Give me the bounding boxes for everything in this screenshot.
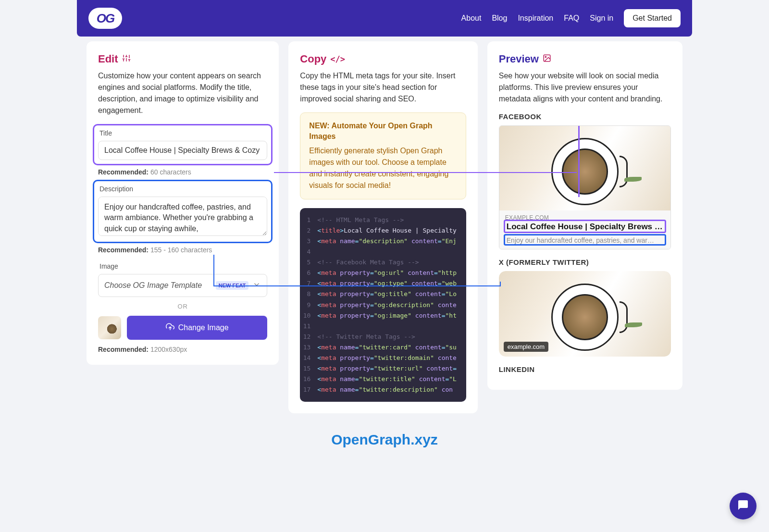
svg-point-10 xyxy=(545,56,546,57)
edit-title-text: Edit xyxy=(98,53,118,65)
facebook-title: Local Coffee House | Specialty Brews … xyxy=(507,222,663,232)
twitter-preview-card: example.com xyxy=(499,271,671,357)
description-field-group: Description Enjoy our handcrafted coffee… xyxy=(93,180,273,243)
code-line: 10<meta property="og:image" content="ht xyxy=(300,310,466,321)
top-nav: About Blog Inspiration FAQ Sign in Get S… xyxy=(461,9,681,27)
promo-banner[interactable]: NEW: Automate Your Open Graph Images Eff… xyxy=(300,112,466,199)
logo[interactable]: OG xyxy=(88,8,122,29)
footer-brand: OpenGraph.xyz xyxy=(77,432,692,462)
facebook-title-highlight: Local Coffee House | Specialty Brews … xyxy=(504,220,666,233)
connector-vertical-purple xyxy=(578,126,580,197)
copy-panel: Copy </> Copy the HTML meta tags for you… xyxy=(288,41,477,413)
edit-panel: Edit Customize how your content appears … xyxy=(87,41,279,365)
og-template-dropdown[interactable]: Choose OG Image Template NEW FEAT xyxy=(98,274,267,297)
facebook-preview-card: EXAMPLE.COM Local Coffee House | Special… xyxy=(499,125,671,249)
preview-panel: Preview See how your website will look o… xyxy=(487,41,682,390)
facebook-description: Enjoy our handcrafted coffee, pastries, … xyxy=(507,236,663,244)
nav-sign-in[interactable]: Sign in xyxy=(590,14,613,23)
upload-icon xyxy=(166,322,174,333)
edit-subtitle: Customize how your content appears on se… xyxy=(98,70,267,116)
copy-subtitle: Copy the HTML meta tags for your site. I… xyxy=(300,70,466,105)
code-line: 11 xyxy=(300,321,466,332)
image-label: Image xyxy=(98,262,267,270)
edit-panel-title: Edit xyxy=(98,53,131,65)
topbar: OG About Blog Inspiration FAQ Sign in Ge… xyxy=(77,0,692,37)
get-started-button[interactable]: Get Started xyxy=(624,9,681,27)
description-recommended: Recommended: 155 - 160 characters xyxy=(98,246,267,254)
facebook-desc-highlight: Enjoy our handcrafted coffee, pastries, … xyxy=(504,234,666,246)
title-label: Title xyxy=(98,129,267,137)
code-line: 7<meta property="og:type" content="web xyxy=(300,278,466,289)
promo-title: NEW: Automate Your Open Graph Images xyxy=(309,121,457,142)
facebook-label: FACEBOOK xyxy=(499,112,671,121)
preview-panel-title: Preview xyxy=(499,53,551,65)
preview-title-text: Preview xyxy=(499,53,539,65)
chevron-down-icon xyxy=(252,280,261,291)
promo-body: Efficiently generate stylish Open Graph … xyxy=(309,145,457,191)
code-line: 5<!-- Facebook Meta Tags --> xyxy=(300,257,466,268)
nav-inspiration[interactable]: Inspiration xyxy=(518,14,553,23)
code-line: 13<meta name="twitter:card" content="su xyxy=(300,342,466,353)
copy-panel-title: Copy </> xyxy=(300,53,345,65)
dropdown-text: Choose OG Image Template xyxy=(104,281,202,290)
code-line: 14<meta property="twitter:domain" conte xyxy=(300,353,466,363)
sliders-icon xyxy=(122,53,131,65)
code-icon: </> xyxy=(330,54,345,64)
code-block[interactable]: 1<!-- HTML Meta Tags -->2<title>Local Co… xyxy=(300,208,466,402)
code-line: 17<meta name="twitter:description" con xyxy=(300,384,466,395)
nav-blog[interactable]: Blog xyxy=(492,14,507,23)
code-line: 8<meta property="og:title" content="Lo xyxy=(300,289,466,299)
new-feature-badge: NEW FEAT xyxy=(216,281,249,290)
change-image-button[interactable]: Change Image xyxy=(127,316,267,340)
copy-title-text: Copy xyxy=(300,53,326,65)
twitter-label: X (FORMERLY TWITTER) xyxy=(499,258,671,266)
code-line: 1<!-- HTML Meta Tags --> xyxy=(300,215,466,225)
code-line: 15<meta property="twitter:url" content= xyxy=(300,363,466,374)
twitter-domain: example.com xyxy=(504,342,548,352)
title-recommended: Recommended: 60 characters xyxy=(98,168,267,176)
image-thumbnail[interactable] xyxy=(98,316,121,339)
description-label: Description xyxy=(98,185,267,193)
logo-badge: OG xyxy=(88,8,122,29)
or-separator: OR xyxy=(98,303,267,310)
code-line: 16<meta name="twitter:title" content="L xyxy=(300,374,466,384)
nav-faq[interactable]: FAQ xyxy=(564,14,579,23)
code-line: 3<meta name="description" content="Enj xyxy=(300,236,466,247)
image-icon xyxy=(543,53,551,65)
description-textarea[interactable]: Enjoy our handcrafted coffee, pastries, … xyxy=(98,197,267,236)
change-image-label: Change Image xyxy=(178,323,229,332)
code-line: 2<title>Local Coffee House | Specialty xyxy=(300,225,466,236)
title-input[interactable] xyxy=(98,141,267,160)
title-field-group: Title xyxy=(93,124,273,165)
linkedin-label: LINKEDIN xyxy=(499,365,671,373)
code-line: 9<meta property="og:description" conte xyxy=(300,300,466,310)
image-recommended: Recommended: 1200x630px xyxy=(98,346,267,353)
facebook-preview-image xyxy=(499,126,670,210)
code-line: 12<!-- Twitter Meta Tags --> xyxy=(300,332,466,342)
nav-about[interactable]: About xyxy=(461,14,482,23)
preview-subtitle: See how your website will look on social… xyxy=(499,70,671,105)
code-line: 6<meta property="og:url" content="http xyxy=(300,268,466,278)
code-line: 4 xyxy=(300,247,466,257)
